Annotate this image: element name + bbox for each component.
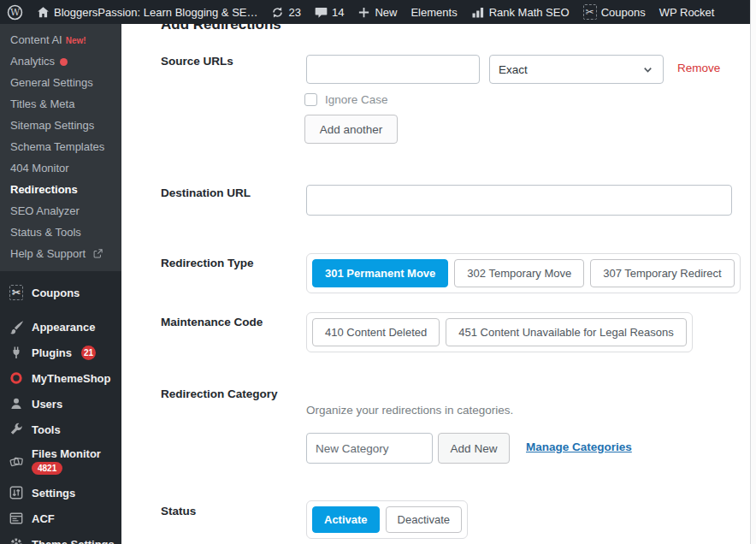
svg-text:W: W <box>10 7 21 18</box>
sidebar-item-label: ACF <box>32 512 55 525</box>
plugins-update-badge: 21 <box>81 346 96 360</box>
sidebar-item-settings[interactable]: Settings <box>0 480 121 506</box>
sidebar-item-acf[interactable]: ACF <box>0 506 121 531</box>
scissors-icon: ✂ <box>9 285 23 300</box>
match-type-select[interactable]: Exact <box>489 55 664 84</box>
site-menu[interactable]: BloggersPassion: Learn Blogging & SE… <box>30 0 264 24</box>
ignore-case-checkbox[interactable] <box>304 93 317 106</box>
new-category-input[interactable] <box>306 433 433 464</box>
brush-icon <box>9 320 24 334</box>
wp-rocket-label: WP Rocket <box>659 6 715 19</box>
sidebar-item-users[interactable]: Users <box>0 391 121 417</box>
plug-icon <box>9 346 23 359</box>
sidebar-item-label: Files Monitor <box>32 447 101 460</box>
type-302-button[interactable]: 302 Temporary Move <box>454 259 584 287</box>
sidebar-item-label: Plugins <box>32 346 72 359</box>
wp-rocket-menu[interactable]: WP Rocket <box>653 0 722 24</box>
site-name: BloggersPassion: Learn Blogging & SE… <box>54 6 257 19</box>
sidebar-item-redirections[interactable]: Redirections <box>0 179 121 200</box>
sidebar-item-appearance[interactable]: Appearance <box>0 314 121 340</box>
new-label: New <box>375 6 397 19</box>
add-new-button[interactable]: Add New <box>438 433 510 464</box>
sidebar-item-label: Users <box>32 398 62 411</box>
sidebar-item-label: Schema Templates <box>10 140 104 153</box>
sidebar-item-404-monitor[interactable]: 404 Monitor <box>0 157 121 179</box>
home-icon <box>37 6 50 19</box>
files-icon <box>9 454 24 469</box>
sidebar-item-help-support[interactable]: Help & Support <box>0 243 121 264</box>
type-301-button[interactable]: 301 Permanent Move <box>312 259 448 287</box>
category-description: Organize your redirections in categories… <box>306 404 513 417</box>
sidebar-item-titles-meta[interactable]: Titles & Meta <box>0 93 121 115</box>
sidebar-item-seo-analyzer[interactable]: SEO Analyzer <box>0 200 121 222</box>
sidebar-item-schema-templates[interactable]: Schema Templates <box>0 136 121 157</box>
redirection-type-group: 301 Permanent Move 302 Temporary Move 30… <box>306 253 741 293</box>
chart-bars-icon <box>471 5 485 19</box>
sidebar-item-general-settings[interactable]: General Settings <box>0 72 121 93</box>
source-urls-label: Source URLs <box>161 55 233 68</box>
match-type-value: Exact <box>499 63 528 76</box>
sidebar-item-status-tools[interactable]: Status & Tools <box>0 222 121 243</box>
notification-dot <box>60 58 68 66</box>
comments-menu[interactable]: 14 <box>308 0 351 24</box>
sidebar-item-content-ai[interactable]: Content AINew! <box>0 29 121 50</box>
maintenance-code-label: Maintenance Code <box>161 316 263 328</box>
new-badge: New! <box>66 36 86 45</box>
manage-categories-link[interactable]: Manage Categories <box>526 441 632 453</box>
sidebar-item-label: Titles & Meta <box>10 98 74 110</box>
settings-icon <box>9 486 23 500</box>
plus-icon <box>357 6 370 19</box>
new-content-menu[interactable]: New <box>351 0 404 24</box>
sidebar-item-mythemeshop[interactable]: MyThemeShop <box>0 365 121 391</box>
wordpress-logo-icon: W <box>7 4 23 21</box>
gear-icon <box>9 537 23 544</box>
sidebar-item-label: Tools <box>32 423 61 436</box>
source-url-input[interactable] <box>306 55 480 84</box>
wordpress-menu[interactable]: W <box>0 0 30 24</box>
sidebar-item-analytics[interactable]: Analytics <box>0 50 121 72</box>
sidebar-item-label: Status & Tools <box>10 226 81 239</box>
wrench-icon <box>9 423 23 436</box>
files-monitor-badge: 4821 <box>32 462 62 475</box>
mythemeshop-icon <box>9 371 23 385</box>
admin-sidebar: Content AINew! Analytics General Setting… <box>0 24 121 544</box>
sidebar-item-label: Redirections <box>10 183 78 196</box>
admin-bar: W BloggersPassion: Learn Blogging & SE… … <box>0 0 750 24</box>
sidebar-item-label: Analytics <box>10 55 55 68</box>
updates-menu[interactable]: 23 <box>264 0 307 24</box>
remove-source-link[interactable]: Remove <box>677 62 720 74</box>
comments-count: 14 <box>332 6 344 19</box>
rank-math-submenu: Content AINew! Analytics General Setting… <box>0 24 121 271</box>
sidebar-item-label: 404 Monitor <box>10 162 69 174</box>
maintenance-code-group: 410 Content Deleted 451 Content Unavaila… <box>306 312 693 352</box>
sidebar-item-label: Settings <box>32 487 75 500</box>
code-451-button[interactable]: 451 Content Unavailable for Legal Reason… <box>446 318 687 346</box>
sidebar-item-plugins[interactable]: Plugins 21 <box>0 340 121 365</box>
redirection-type-label: Redirection Type <box>161 257 254 269</box>
sidebar-item-label: Theme Settings <box>32 538 115 544</box>
main-content: Add Redirections Source URLs Exact Remov… <box>121 24 756 544</box>
destination-url-input[interactable] <box>306 185 732 216</box>
coupons-menu[interactable]: ✂ Coupons <box>576 0 653 24</box>
sidebar-item-tools[interactable]: Tools <box>0 417 121 442</box>
type-307-button[interactable]: 307 Temporary Redirect <box>590 259 735 287</box>
code-410-button[interactable]: 410 Content Deleted <box>312 318 440 346</box>
elements-menu[interactable]: Elements <box>404 0 464 24</box>
sidebar-item-label: Content AI <box>10 33 62 46</box>
rank-math-menu[interactable]: Rank Math SEO <box>464 0 576 24</box>
rank-math-label: Rank Math SEO <box>489 6 570 19</box>
redirection-category-label: Redirection Category <box>161 387 278 400</box>
ignore-case-label[interactable]: Ignore Case <box>325 93 388 106</box>
sidebar-item-sitemap-settings[interactable]: Sitemap Settings <box>0 115 121 136</box>
activate-button[interactable]: Activate <box>312 506 380 533</box>
add-another-button[interactable]: Add another <box>304 115 398 144</box>
updates-icon <box>271 6 284 19</box>
sidebar-item-coupons[interactable]: ✂ Coupons <box>0 280 121 305</box>
sidebar-item-files-monitor[interactable]: Files Monitor 4821 <box>0 442 121 480</box>
coupons-label: Coupons <box>601 6 646 19</box>
external-link-icon <box>93 249 103 258</box>
deactivate-button[interactable]: Deactivate <box>386 506 462 533</box>
page-title: Add Redirections <box>161 24 281 33</box>
sidebar-item-theme-settings[interactable]: Theme Settings <box>0 531 121 544</box>
scrollbar-track[interactable] <box>750 0 756 544</box>
